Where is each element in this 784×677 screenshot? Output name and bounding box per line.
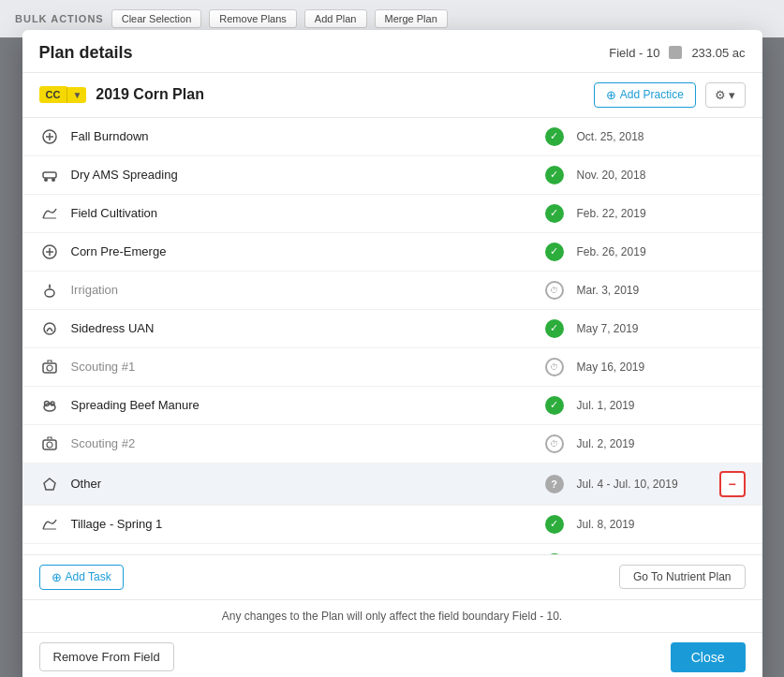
practice-type-icon: [39, 357, 60, 377]
warning-text: Any changes to the Plan will only affect…: [222, 610, 562, 623]
practice-type-icon: [39, 280, 60, 301]
practice-date: Nov. 20, 2018: [577, 169, 708, 182]
warning-bar: Any changes to the Plan will only affect…: [22, 599, 762, 632]
practice-name: Tillage - Spring 1: [71, 517, 532, 531]
practice-date: Jul. 1, 2019: [577, 399, 708, 412]
practice-status-icon: ?: [543, 473, 566, 495]
practice-date: Mar. 3, 2019: [577, 284, 708, 297]
add-plan-btn[interactable]: Add Plan: [304, 9, 367, 28]
practice-name: Corn Pre-Emerge: [71, 244, 532, 258]
practice-name: Scouting #1: [71, 360, 532, 374]
practice-date: Jul. 4 - Jul. 10, 2019: [577, 478, 708, 491]
practice-status-icon: ⏱: [543, 279, 566, 302]
practice-row[interactable]: Spreading Beef Manure✓Jul. 1, 2019: [22, 387, 762, 425]
practice-row[interactable]: Fall Burndown✓Oct. 25, 2018: [22, 118, 762, 156]
field-area: 233.05 ac: [691, 46, 745, 60]
practice-type-icon: [39, 514, 60, 535]
remove-plans-btn[interactable]: Remove Plans: [209, 9, 297, 28]
svg-point-5: [52, 178, 55, 182]
practice-status-icon: ⏱: [543, 356, 566, 378]
remove-practice-btn[interactable]: −: [719, 471, 746, 497]
practice-row[interactable]: Field Cultivation✓Feb. 22, 2019: [22, 195, 762, 233]
practice-status-icon: ⏱: [543, 433, 566, 455]
practice-row[interactable]: Irrigation⏱Mar. 3, 2019: [22, 272, 762, 310]
practice-row[interactable]: Dry AMS Spreading✓Nov. 20, 2018: [22, 156, 762, 195]
practices-list: Fall Burndown✓Oct. 25, 2018Dry AMS Sprea…: [22, 118, 762, 554]
svg-point-10: [45, 289, 54, 297]
plan-toolbar: CC ▼ 2019 Corn Plan Add Practice ⚙ ▾: [22, 73, 762, 118]
practice-date: Oct. 25, 2018: [577, 130, 708, 143]
practice-status-icon: ✓: [543, 394, 566, 417]
practice-status-icon: ✓: [543, 164, 566, 186]
practice-type-icon: [39, 395, 60, 416]
modal-backdrop: Plan details Field - 10 233.05 ac CC ▼ 2…: [0, 37, 784, 677]
practice-type-icon: [39, 203, 60, 224]
practice-row[interactable]: Other?Jul. 4 - Jul. 10, 2019−: [22, 464, 762, 506]
practice-name: Fall Burndown: [71, 129, 532, 143]
plan-name: 2019 Corn Plan: [96, 86, 584, 103]
field-color-block: [669, 46, 682, 59]
practice-name: Scouting #2: [71, 436, 532, 450]
practice-date: May 7, 2019: [577, 322, 708, 335]
practice-row[interactable]: Tillage - Spring 1✓Jul. 8, 2019: [22, 506, 762, 544]
practice-name: Sidedress UAN: [71, 321, 532, 335]
modal-footer: Add Task Go To Nutrient Plan Any changes…: [22, 554, 762, 678]
practice-name: Field Cultivation: [71, 206, 532, 220]
practice-status-icon: ✓: [543, 241, 566, 263]
close-btn[interactable]: Close: [671, 642, 746, 672]
field-label: Field - 10: [609, 46, 659, 60]
practice-name: Dry AMS Spreading: [71, 168, 532, 182]
svg-point-13: [47, 365, 52, 371]
svg-point-18: [47, 442, 52, 448]
practice-name: Irrigation: [71, 283, 532, 297]
merge-plan-btn[interactable]: Merge Plan: [375, 9, 448, 28]
gear-btn[interactable]: ⚙ ▾: [705, 82, 746, 108]
practice-date: Jul. 8, 2019: [577, 518, 708, 531]
practice-name: Spreading Beef Manure: [71, 398, 532, 412]
cc-dropdown-btn[interactable]: ▼: [67, 87, 86, 103]
cc-wrapper: CC ▼: [39, 86, 87, 103]
bulk-actions-label: BULK ACTIONS: [15, 13, 104, 24]
add-practice-btn[interactable]: Add Practice: [594, 82, 696, 108]
practice-name: Other: [71, 477, 532, 491]
practice-status-icon: ✓: [543, 125, 566, 148]
practice-date: Feb. 26, 2019: [577, 245, 708, 258]
practice-status-icon: ✓: [543, 202, 566, 225]
modal-header: Plan details Field - 10 233.05 ac: [22, 30, 762, 73]
cc-badge: CC: [39, 86, 67, 103]
practice-type-icon: [39, 242, 60, 262]
modal-title: Plan details: [39, 43, 133, 63]
nutrient-plan-btn[interactable]: Go To Nutrient Plan: [619, 565, 746, 589]
practice-date: May 16, 2019: [577, 361, 708, 374]
practice-status-icon: ✓: [543, 552, 566, 554]
practice-row[interactable]: Corn Pre-Emerge✓Feb. 26, 2019: [22, 233, 762, 272]
add-task-btn[interactable]: Add Task: [39, 565, 124, 590]
practice-date: Jul. 2, 2019: [577, 437, 708, 450]
svg-rect-3: [43, 172, 56, 178]
practice-date: Feb. 22, 2019: [577, 207, 708, 220]
practice-row[interactable]: Sidedress UAN✓May 7, 2019: [22, 310, 762, 348]
bottom-actions: Remove From Field Close: [22, 632, 762, 678]
practice-row[interactable]: Scouting #1⏱May 16, 2019: [22, 348, 762, 387]
practice-row[interactable]: Scouting #2⏱Jul. 2, 2019: [22, 425, 762, 464]
practice-type-icon: [39, 318, 60, 339]
practice-type-icon: [39, 165, 60, 185]
practice-status-icon: ✓: [543, 513, 566, 536]
plan-details-modal: Plan details Field - 10 233.05 ac CC ▼ 2…: [22, 30, 762, 678]
practice-type-icon: [39, 552, 60, 554]
svg-point-4: [44, 178, 48, 182]
practice-status-icon: ✓: [543, 317, 566, 340]
practice-type-icon: [39, 434, 60, 454]
modal-header-right: Field - 10 233.05 ac: [609, 46, 745, 60]
practice-type-icon: [39, 126, 60, 147]
clear-selection-btn[interactable]: Clear Selection: [111, 9, 202, 28]
practice-type-icon: [39, 474, 60, 494]
footer-actions: Add Task Go To Nutrient Plan: [22, 554, 762, 599]
remove-from-field-btn[interactable]: Remove From Field: [39, 642, 174, 671]
practice-row[interactable]: Corn Post-Emerge Spray✓Jul. 9, 2019: [22, 544, 762, 554]
